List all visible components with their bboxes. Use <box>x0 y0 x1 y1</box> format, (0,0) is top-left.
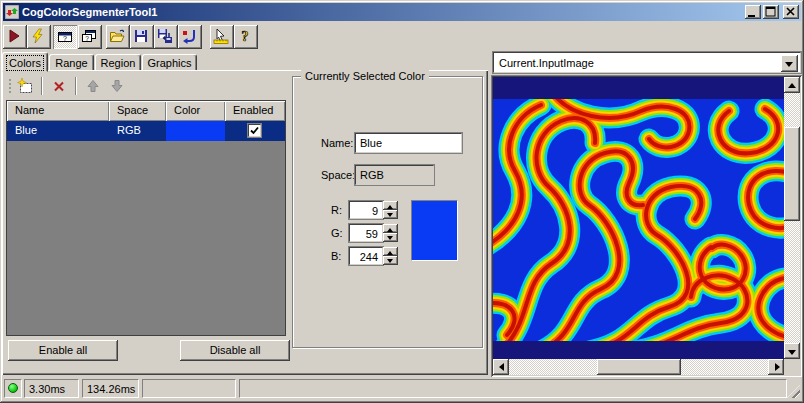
position-tool-button[interactable] <box>210 25 234 49</box>
save-file-icon <box>133 28 149 44</box>
close-icon <box>783 5 799 19</box>
position-tool-icon <box>213 28 229 44</box>
scroll-left-button[interactable] <box>493 359 509 375</box>
help-icon: ? <box>237 28 253 44</box>
move-down-button[interactable] <box>106 76 128 96</box>
tab-region[interactable]: Region <box>95 54 141 71</box>
reset-button[interactable] <box>178 25 202 49</box>
float-panel-button[interactable]: ? <box>78 25 102 49</box>
toolbar-separator <box>75 77 77 95</box>
horizontal-scroll-thumb[interactable] <box>597 359 681 375</box>
spin-down-button[interactable] <box>383 210 398 219</box>
horizontal-scrollbar[interactable] <box>493 359 784 375</box>
delete-color-button[interactable] <box>48 76 70 96</box>
status-total-time: 134.26ms <box>82 379 139 398</box>
cell-color-swatch <box>166 121 225 141</box>
toolbar-grip[interactable] <box>8 78 12 94</box>
scrollbar-corner <box>784 359 800 375</box>
spin-down-icon <box>387 213 393 220</box>
status-led-panel <box>4 379 22 398</box>
run-button[interactable] <box>3 25 27 49</box>
scroll-down-button[interactable] <box>784 343 800 359</box>
titlebar[interactable]: CogColorSegmenterTool1 <box>3 3 801 21</box>
spin-down-button[interactable] <box>383 256 398 265</box>
arrow-down-icon <box>788 350 796 359</box>
tool-edit-window: CogColorSegmenterTool1 ? ? <box>0 0 804 403</box>
tab-graphics[interactable]: Graphics <box>142 54 197 71</box>
save-image-button[interactable] <box>154 25 178 49</box>
toolbar-separator <box>41 77 43 95</box>
vertical-scroll-thumb[interactable] <box>784 127 800 221</box>
close-button[interactable] <box>783 5 799 19</box>
maximize-icon <box>763 5 779 19</box>
scroll-up-button[interactable] <box>784 77 800 93</box>
input-image[interactable] <box>493 99 784 341</box>
svg-text:?: ? <box>63 35 67 42</box>
app-icon <box>5 5 19 19</box>
scroll-right-button[interactable] <box>768 359 784 375</box>
maximize-button[interactable] <box>763 5 779 19</box>
status-panel-empty <box>239 379 787 398</box>
spin-up-icon <box>387 225 393 232</box>
vertical-scrollbar[interactable] <box>784 77 800 359</box>
float-panel-icon: ? <box>81 28 97 44</box>
tab-label: Range <box>55 57 87 69</box>
spin-down-button[interactable] <box>383 233 398 242</box>
column-header-space[interactable]: Space <box>109 101 166 121</box>
name-label: Name: <box>321 137 353 149</box>
arrow-left-icon <box>495 363 504 371</box>
spin-up-icon <box>387 248 393 255</box>
tab-label: Region <box>101 57 136 69</box>
save-file-button[interactable] <box>130 25 154 49</box>
tab-label: Colors <box>7 56 43 70</box>
spin-down-icon <box>387 236 393 243</box>
image-source-combobox[interactable]: Current.InputImage <box>493 52 801 73</box>
open-file-button[interactable] <box>106 25 130 49</box>
cell-enabled <box>225 121 285 141</box>
red-field[interactable]: 9 <box>349 201 383 219</box>
spin-up-button[interactable] <box>383 201 398 210</box>
delete-color-icon <box>51 78 67 94</box>
add-color-button[interactable] <box>14 76 36 96</box>
status-led <box>8 383 18 393</box>
image-panel-toggle-button[interactable]: ? <box>53 25 77 49</box>
arrow-right-icon <box>775 363 784 371</box>
tab-colors[interactable]: Colors <box>2 52 48 72</box>
add-color-icon <box>17 78 33 94</box>
group-title: Currently Selected Color <box>301 70 429 82</box>
open-file-icon <box>109 28 125 44</box>
blue-spinner <box>383 247 398 265</box>
help-button[interactable]: ? <box>234 25 258 49</box>
move-up-icon <box>85 78 101 94</box>
enabled-checkbox[interactable] <box>248 124 261 137</box>
resize-grip[interactable] <box>787 385 800 398</box>
tab-range[interactable]: Range <box>49 54 94 71</box>
selected-color-group: Currently Selected Color Name: Blue Spac… <box>292 76 483 348</box>
arrow-up-icon <box>788 79 796 88</box>
disable-all-button[interactable]: Disable all <box>180 340 290 361</box>
spin-down-icon <box>387 259 393 266</box>
column-header-enabled[interactable]: Enabled <box>225 101 285 121</box>
cell-name: Blue <box>7 121 109 141</box>
spin-up-button[interactable] <box>383 247 398 256</box>
column-header-name[interactable]: Name <box>7 101 109 121</box>
live-run-button[interactable] <box>27 25 51 49</box>
move-up-button[interactable] <box>82 76 104 96</box>
image-display <box>491 75 802 377</box>
green-field[interactable]: 59 <box>349 224 383 242</box>
minimize-button[interactable] <box>745 5 761 19</box>
spin-up-button[interactable] <box>383 224 398 233</box>
reset-icon <box>181 28 197 44</box>
move-down-icon <box>109 78 125 94</box>
blue-field[interactable]: 244 <box>349 247 383 265</box>
combobox-dropdown-button[interactable] <box>781 55 798 72</box>
live-run-icon <box>30 28 46 44</box>
name-field[interactable]: Blue <box>355 133 462 153</box>
run-icon <box>6 28 22 44</box>
space-field: RGB <box>355 165 434 185</box>
column-header-color[interactable]: Color <box>166 101 225 121</box>
enable-all-button[interactable]: Enable all <box>8 340 118 361</box>
combobox-value: Current.InputImage <box>499 57 594 69</box>
svg-text:?: ? <box>85 35 89 42</box>
status-panel-empty <box>142 379 236 398</box>
